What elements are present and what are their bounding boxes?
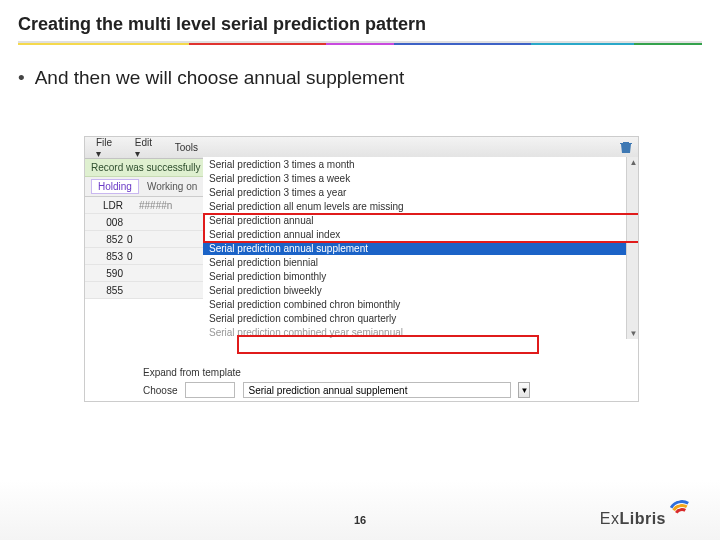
expand-template-form: Expand from template Choose ▼ Template [143,367,639,402]
dropdown-option[interactable]: Serial prediction all enum levels are mi… [203,199,639,213]
dropdown-option[interactable]: Serial prediction annual supplement [203,241,639,255]
menu-tools[interactable]: Tools [170,140,203,155]
marc-tag: LDR [85,200,127,211]
menu-edit[interactable]: Edit ▾ [130,136,164,161]
marc-tag: 852 [85,234,127,245]
scroll-down-icon[interactable]: ▼ [630,328,638,339]
expand-label: Expand from template [143,367,639,378]
bullet-item: • And then we will choose annual supplem… [18,67,702,89]
bullet-text: And then we will choose annual supplemen… [35,67,405,89]
bullet-dot: • [18,68,25,87]
marc-ind1: 0 [127,234,133,245]
dropdown-option[interactable]: Serial prediction combined year semiannu… [203,325,639,339]
editor-body: LDR#####n00885208530590855 Serial predic… [85,197,638,402]
marc-row[interactable]: 8530 [85,248,203,265]
dropdown-option[interactable]: Serial prediction combined chron quarter… [203,311,639,325]
scroll-up-icon[interactable]: ▲ [630,157,638,168]
marc-row[interactable]: 590 [85,265,203,282]
dropdown-option[interactable]: Serial prediction 3 times a month [203,157,639,171]
dropdown-option[interactable]: Serial prediction biweekly [203,283,639,297]
status-text: Record was successfully saved [91,162,203,173]
marc-row[interactable]: 008 [85,214,203,231]
marc-row[interactable]: 855 [85,282,203,299]
screenshot-panel: File ▾ Edit ▾ Tools Record was successfu… [84,136,639,402]
scrollbar[interactable]: ▲ ▼ [626,157,639,339]
dropdown-option[interactable]: Serial prediction 3 times a year [203,185,639,199]
marc-ind1: 0 [127,251,133,262]
dropdown-option[interactable]: Serial prediction 3 times a week [203,171,639,185]
choose-input[interactable] [185,382,235,398]
app-toolbar: File ▾ Edit ▾ Tools [85,137,638,159]
menu-file[interactable]: File ▾ [91,136,124,161]
tab-holding[interactable]: Holding [91,179,139,194]
marc-tag: 590 [85,268,127,279]
dropdown-option[interactable]: Serial prediction bimonthly [203,269,639,283]
slide-title: Creating the multi level serial predicti… [18,14,702,35]
title-underline [18,41,702,45]
marc-row[interactable]: LDR#####n [85,197,203,214]
marc-tag: 853 [85,251,127,262]
template-dropdown[interactable]: Serial prediction 3 times a monthSerial … [203,157,639,339]
marc-row[interactable]: 8520 [85,231,203,248]
marc-val: #####n [139,200,172,211]
trash-icon[interactable] [618,139,634,155]
marc-tag: 008 [85,217,127,228]
dropdown-option[interactable]: Serial prediction annual [203,213,639,227]
template-dropdown-button[interactable]: ▼ [518,382,530,398]
marc-grid: LDR#####n00885208530590855 [85,197,203,299]
template-value-input[interactable] [243,382,511,398]
dropdown-option[interactable]: Serial prediction combined chron bimonth… [203,297,639,311]
marc-tag: 855 [85,285,127,296]
exlibris-logo: ExLibris [600,502,698,528]
dropdown-option[interactable]: Serial prediction biennial [203,255,639,269]
choose-label: Choose [143,385,177,396]
dropdown-option[interactable]: Serial prediction annual index [203,227,639,241]
tab-working[interactable]: Working on [147,181,197,192]
